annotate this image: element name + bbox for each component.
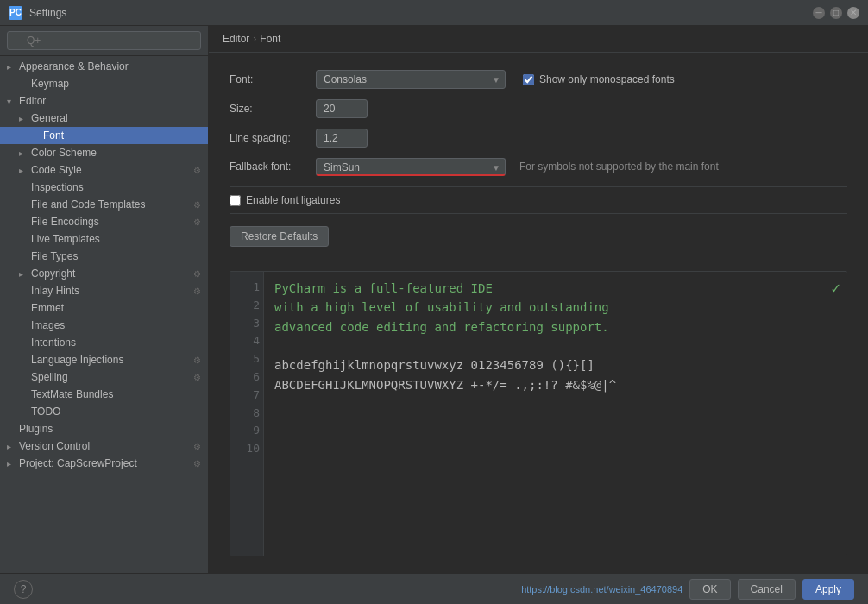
- ligatures-checkbox-row: Enable font ligatures: [230, 194, 847, 206]
- preview-inner: 12345678910 PyCharm is a full-featured I…: [230, 272, 847, 556]
- maximize-button[interactable]: □: [830, 7, 842, 19]
- sidebar-item-label-spelling: Spelling: [31, 371, 68, 383]
- sidebar-item-copyright[interactable]: ▸Copyright⚙: [0, 265, 208, 282]
- sidebar-item-plugins[interactable]: Plugins: [0, 420, 208, 437]
- sidebar-item-code-style[interactable]: ▸Code Style⚙: [0, 161, 208, 179]
- monospaced-checkbox[interactable]: [523, 74, 534, 85]
- fallback-font-select[interactable]: SimSunArial Unicode MSNone: [316, 158, 506, 176]
- sidebar-item-keymap[interactable]: Keymap: [0, 75, 208, 92]
- sidebar-item-right-icon-copyright: ⚙: [193, 269, 201, 279]
- sidebar-item-inspections[interactable]: Inspections: [0, 179, 208, 196]
- code-line-8: [274, 413, 837, 432]
- fallback-hint: For symbols not supported by the main fo…: [519, 160, 719, 173]
- tree-arrow-editor: ▾: [7, 97, 19, 106]
- sidebar-item-label-code-style: Code Style: [31, 164, 82, 176]
- sidebar-item-general[interactable]: ▸General: [0, 110, 208, 127]
- sidebar-item-color-scheme[interactable]: ▸Color Scheme: [0, 144, 208, 161]
- sidebar-item-font[interactable]: Font: [0, 127, 208, 144]
- sidebar-item-live-templates[interactable]: Live Templates: [0, 230, 208, 248]
- sidebar: 🔍 ▸Appearance & BehaviorKeymap▾Editor▸Ge…: [0, 26, 209, 573]
- check-icon: ✓: [831, 279, 840, 297]
- sidebar-item-label-textmate-bundles: TextMate Bundles: [31, 388, 113, 400]
- title-bar-left: PC Settings: [9, 6, 66, 20]
- code-line-3: advanced code editing and refactoring su…: [274, 318, 837, 337]
- sidebar-item-editor[interactable]: ▾Editor: [0, 92, 208, 110]
- line-numbers: 12345678910: [230, 272, 264, 556]
- sidebar-item-label-font: Font: [43, 129, 64, 142]
- sidebar-item-right-icon-inlay-hints: ⚙: [193, 286, 201, 296]
- sidebar-item-file-encodings[interactable]: File Encodings⚙: [0, 213, 208, 230]
- apply-button[interactable]: Apply: [802, 579, 854, 600]
- title-bar: PC Settings ─ □ ✕: [0, 0, 868, 26]
- sidebar-item-file-and-code-templates[interactable]: File and Code Templates⚙: [0, 196, 208, 213]
- font-select[interactable]: ConsolasCourier NewMenloMonacoSource Cod…: [316, 70, 506, 89]
- monospaced-label: Show only monospaced fonts: [539, 73, 675, 85]
- size-input[interactable]: [316, 99, 368, 118]
- line-number-8: 8: [233, 405, 260, 423]
- code-line-2: with a high level of usability and outst…: [274, 298, 837, 317]
- font-row: Font: ConsolasCourier NewMenloMonacoSour…: [230, 70, 847, 89]
- monospaced-checkbox-row: Show only monospaced fonts: [523, 73, 675, 85]
- line-number-7: 7: [233, 387, 260, 405]
- sidebar-item-label-file-types: File Types: [31, 250, 78, 262]
- sidebar-item-spelling[interactable]: Spelling⚙: [0, 368, 208, 386]
- app-icon: PC: [9, 6, 22, 20]
- sidebar-item-inlay-hints[interactable]: Inlay Hints⚙: [0, 282, 208, 299]
- sidebar-item-label-editor: Editor: [19, 95, 46, 107]
- help-button[interactable]: ?: [14, 580, 33, 599]
- tree-arrow-code-style: ▸: [19, 166, 31, 175]
- sidebar-item-label-todo: TODO: [31, 406, 60, 418]
- tree-arrow-project: ▸: [7, 459, 19, 469]
- sidebar-item-label-live-templates: Live Templates: [31, 233, 100, 245]
- sidebar-item-label-copyright: Copyright: [31, 267, 75, 280]
- tree-arrow-appearance: ▸: [7, 62, 19, 72]
- restore-defaults-button[interactable]: Restore Defaults: [230, 226, 329, 247]
- content-area: Editor › Font Font: ConsolasCourier NewM…: [209, 26, 868, 573]
- ok-button[interactable]: OK: [689, 579, 730, 600]
- sidebar-item-images[interactable]: Images: [0, 317, 208, 334]
- ligatures-section: Enable font ligatures: [230, 186, 847, 214]
- sidebar-item-label-inlay-hints: Inlay Hints: [31, 285, 79, 297]
- font-select-wrapper: ConsolasCourier NewMenloMonacoSource Cod…: [316, 70, 506, 89]
- sidebar-item-label-appearance: Appearance & Behavior: [19, 60, 129, 72]
- search-input[interactable]: [7, 31, 201, 50]
- line-number-1: 1: [233, 279, 260, 297]
- fallback-font-row: Fallback font: SimSunArial Unicode MSNon…: [230, 158, 847, 176]
- sidebar-item-label-language-injections: Language Injections: [31, 354, 123, 366]
- font-label: Font:: [230, 73, 316, 85]
- sidebar-item-label-plugins: Plugins: [19, 423, 53, 435]
- line-spacing-input[interactable]: [316, 129, 368, 148]
- sidebar-item-label-intentions: Intentions: [31, 337, 76, 349]
- code-line-10: [274, 451, 837, 470]
- bottom-bar: ? https://blog.csdn.net/weixin_46470894 …: [0, 573, 868, 604]
- sidebar-item-emmet[interactable]: Emmet: [0, 299, 208, 317]
- breadcrumb-current: Font: [260, 33, 280, 45]
- minimize-button[interactable]: ─: [813, 7, 825, 19]
- sidebar-item-right-icon-code-style: ⚙: [193, 166, 201, 175]
- sidebar-item-label-images: Images: [31, 319, 65, 331]
- bottom-link[interactable]: https://blog.csdn.net/weixin_46470894: [521, 584, 682, 595]
- code-line-5: abcdefghijklmnopqrstuvwxyz 0123456789 ()…: [274, 355, 837, 374]
- cancel-button[interactable]: Cancel: [738, 579, 796, 600]
- sidebar-item-textmate-bundles[interactable]: TextMate Bundles: [0, 386, 208, 403]
- search-bar: 🔍: [0, 26, 208, 56]
- sidebar-item-label-keymap: Keymap: [31, 78, 69, 90]
- line-number-10: 10: [233, 440, 260, 458]
- window-title: Settings: [29, 7, 66, 19]
- sidebar-item-project[interactable]: ▸Project: CapScrewProject⚙: [0, 455, 208, 472]
- sidebar-item-version-control[interactable]: ▸Version Control⚙: [0, 437, 208, 455]
- fallback-font-label: Fallback font:: [230, 160, 316, 173]
- sidebar-item-label-color-scheme: Color Scheme: [31, 147, 97, 159]
- sidebar-item-label-inspections: Inspections: [31, 181, 84, 193]
- tree-arrow-copyright: ▸: [19, 269, 31, 279]
- line-number-9: 9: [233, 422, 260, 440]
- ligatures-checkbox[interactable]: [230, 195, 241, 206]
- sidebar-item-intentions[interactable]: Intentions: [0, 334, 208, 351]
- close-button[interactable]: ✕: [847, 7, 859, 19]
- sidebar-item-todo[interactable]: TODO: [0, 403, 208, 420]
- sidebar-item-right-icon-file-and-code-templates: ⚙: [193, 200, 201, 210]
- sidebar-item-file-types[interactable]: File Types: [0, 248, 208, 265]
- sidebar-item-language-injections[interactable]: Language Injections⚙: [0, 351, 208, 368]
- line-number-6: 6: [233, 368, 260, 387]
- sidebar-item-appearance[interactable]: ▸Appearance & Behavior: [0, 58, 208, 75]
